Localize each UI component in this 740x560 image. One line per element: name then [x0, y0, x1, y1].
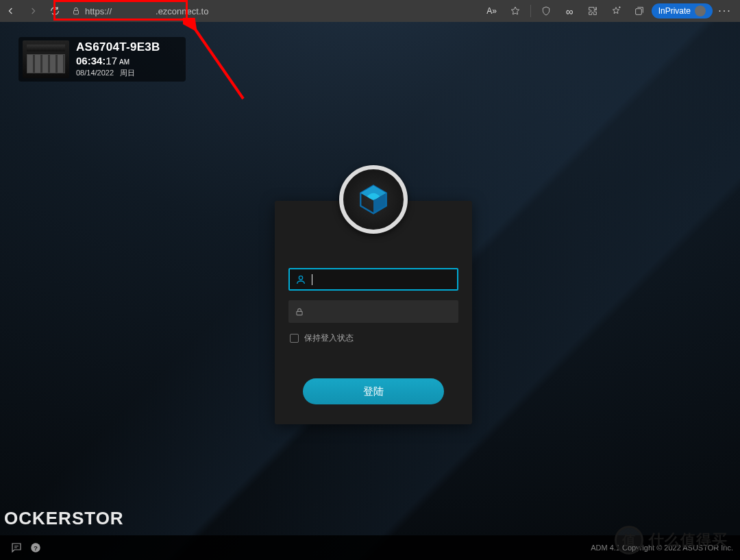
collections-button[interactable] [628, 0, 650, 22]
svg-rect-4 [297, 311, 302, 315]
url-prefix: https:// [85, 6, 112, 16]
extensions-button[interactable] [582, 0, 604, 22]
asustor-logo-icon [356, 182, 391, 217]
watermark-badge: 值 [615, 526, 643, 555]
star-plus-icon [610, 5, 621, 16]
product-logo [339, 165, 408, 234]
infinity-button[interactable]: ∞ [558, 0, 580, 22]
password-field[interactable] [288, 300, 458, 323]
url-redacted [116, 8, 151, 14]
refresh-button[interactable] [44, 0, 66, 22]
annotation-arrow [183, 18, 251, 107]
lock-icon [71, 6, 81, 16]
avatar-icon [695, 5, 706, 16]
back-button[interactable] [0, 0, 22, 22]
svg-text:?: ? [34, 544, 38, 552]
url-suffix: .ezconnect.to [156, 6, 208, 16]
lock-icon [288, 307, 310, 317]
help-button[interactable]: ? [26, 538, 45, 557]
svg-rect-1 [635, 9, 641, 15]
favorites-bar-button[interactable] [605, 0, 627, 22]
watermark-text: 什么值得买 [649, 530, 728, 550]
inprivate-indicator[interactable]: InPrivate [652, 3, 713, 19]
username-input[interactable] [312, 269, 457, 289]
brand-wordmark: OCKERSTOR [4, 508, 124, 529]
login-button[interactable]: 登陆 [303, 378, 444, 404]
nas-device-icon [23, 40, 69, 78]
nas-date: 08/14/2022 周日 [76, 68, 160, 78]
nas-status-widget[interactable]: AS6704T-9E3B 06:34:17AM 08/14/2022 周日 [18, 37, 186, 82]
puzzle-icon [587, 5, 598, 16]
nas-hostname: AS6704T-9E3B [76, 40, 160, 54]
remember-me[interactable]: 保持登入状态 [288, 332, 458, 344]
svg-rect-0 [74, 10, 79, 14]
forward-button[interactable] [22, 0, 44, 22]
divider [530, 5, 531, 17]
nas-time: 06:34:17AM [76, 55, 160, 66]
favorite-button[interactable] [504, 0, 526, 22]
checkbox-icon[interactable] [290, 334, 299, 343]
username-field[interactable] [288, 268, 458, 291]
inprivate-label: InPrivate [658, 6, 691, 16]
watermark: 值 什么值得买 [615, 526, 728, 555]
address-bar[interactable]: https:// .ezconnect.to [66, 6, 481, 16]
user-icon [290, 274, 312, 285]
shield-icon [541, 5, 552, 16]
svg-point-3 [299, 276, 302, 279]
svg-line-2 [194, 27, 243, 99]
more-button[interactable]: ··· [714, 0, 736, 22]
page-content: AS6704T-9E3B 06:34:17AM 08/14/2022 周日 [0, 22, 740, 560]
help-icon: ? [29, 541, 42, 554]
star-icon [510, 5, 521, 16]
shield-button[interactable] [535, 0, 557, 22]
feedback-button[interactable] [7, 538, 26, 557]
collections-icon [634, 5, 645, 16]
password-input[interactable] [310, 300, 458, 323]
login-panel: 保持登入状态 登陆 [275, 201, 472, 424]
read-aloud-button[interactable]: A» [481, 0, 503, 22]
browser-top-bar: https:// .ezconnect.to A» ∞ InPrivate ··… [0, 0, 740, 22]
remember-label: 保持登入状态 [304, 332, 354, 344]
chat-icon [10, 541, 23, 554]
